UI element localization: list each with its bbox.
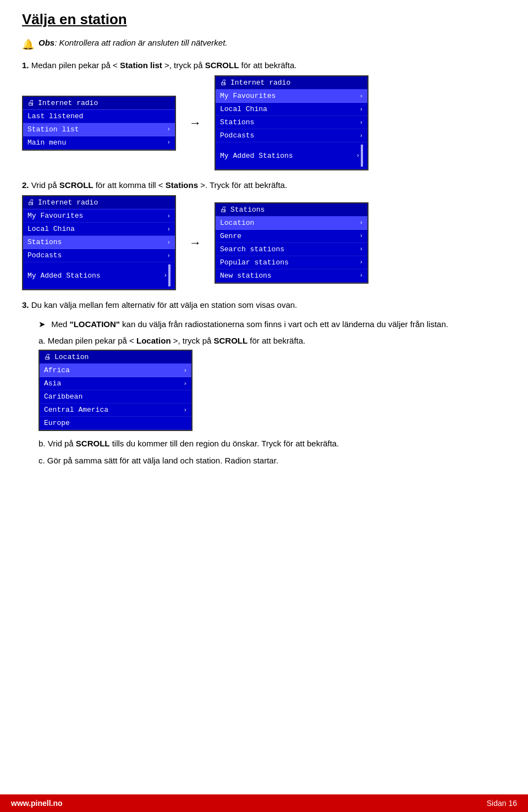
screen-header-stations: 🖨 Stations	[216, 203, 367, 217]
chevron-icon: ›	[359, 246, 363, 252]
step-3-text: 3. Du kan välja mellan fem alternativ fö…	[22, 300, 506, 310]
screen-header-3: 🖨 Internet radio	[23, 196, 175, 209]
chevron-icon: ›	[359, 132, 363, 139]
menu-item-main-menu: Main menu ›	[23, 136, 175, 150]
menu-item-asia: Asia ›	[40, 377, 191, 390]
menu-item-new-stations: New stations ›	[216, 269, 367, 283]
item-label: My Added Stations	[28, 272, 101, 280]
item-label: Search stations	[220, 245, 284, 253]
chevron-icon: ›	[359, 259, 363, 266]
item-label: Popular stations	[220, 258, 289, 267]
screen-header-2: 🖨 Internet radio	[216, 76, 367, 90]
menu-item-local-china-3: Local China ›	[23, 223, 175, 236]
obs-block: 🔔 Obs: Kontrollera att radion är anslute…	[22, 38, 506, 51]
menu-item-popular-stations: Popular stations ›	[216, 256, 367, 269]
header-title-1: Internet radio	[38, 99, 98, 107]
chevron-icon: ›	[183, 380, 187, 387]
item-label: Caribbean	[44, 393, 82, 401]
item-label: Last listened	[28, 112, 83, 120]
page-footer: www.pinell.no Sidan 16	[0, 794, 528, 812]
item-label: My Favourites	[220, 92, 276, 100]
step-c-label: c.	[38, 456, 45, 465]
chevron-icon: ›	[359, 119, 363, 126]
chevron-icon: ›	[359, 233, 363, 239]
page-title: Välja en station	[22, 11, 506, 28]
sub-step-c: c. Gör på samma sätt för att välja land …	[38, 456, 506, 465]
screen-internet-radio-3: 🖨 Internet radio My Favourites › Local C…	[22, 195, 176, 290]
step-b-label: b.	[38, 439, 46, 448]
screen-internet-radio-2: 🖨 Internet radio My Favourites › Local C…	[215, 75, 369, 170]
menu-item-africa[interactable]: Africa ›	[40, 364, 191, 377]
chevron-icon: ›	[167, 226, 170, 233]
chevron-icon: ›	[167, 239, 170, 246]
menu-item-location[interactable]: Location ›	[216, 217, 367, 230]
chevron-icon: ›	[183, 407, 187, 413]
screen-header-location: 🖨 Location	[40, 351, 191, 364]
sub-step-a-text: a. Medan pilen pekar på < Location >, tr…	[38, 336, 506, 345]
item-label: Stations	[28, 238, 62, 246]
chevron-icon: ›	[359, 106, 363, 113]
menu-item-europe: Europe	[40, 417, 191, 430]
page-content: Välja en station 🔔 Obs: Kontrollera att …	[0, 0, 528, 506]
location-intro-text: ➤ Med "LOCATION" kan du välja från radio…	[38, 319, 506, 329]
item-label: Main menu	[28, 139, 66, 147]
menu-item-stations-2: Stations ›	[216, 116, 367, 129]
item-label: New stations	[220, 272, 272, 280]
item-label: Local China	[28, 225, 75, 233]
obs-icon: 🔔	[22, 38, 34, 51]
bullet-arrow: ➤	[38, 319, 46, 329]
item-label: Asia	[44, 379, 61, 388]
item-label: Africa	[44, 366, 70, 374]
radio-icon-3: 🖨	[28, 198, 35, 207]
location-intro: ➤ Med "LOCATION" kan du välja från radio…	[38, 319, 506, 329]
menu-item-search-stations: Search stations ›	[216, 243, 367, 256]
menu-item-caribbean: Caribbean	[40, 390, 191, 404]
chevron-icon: ›	[167, 126, 170, 132]
item-label: Stations	[220, 118, 254, 126]
item-label: My Added Stations	[220, 152, 293, 160]
step-1: 1. Medan pilen pekar på < Station list >…	[22, 60, 506, 170]
item-label: Podcasts	[28, 251, 62, 259]
radio-icon-location: 🖨	[44, 353, 51, 361]
screens-row-location: 🖨 Location Africa › Asia › Caribbean Cen…	[38, 350, 506, 431]
menu-item-local-china: Local China ›	[216, 103, 367, 116]
chevron-icon: ›	[167, 213, 170, 219]
chevron-icon: ›	[167, 139, 170, 146]
sub-step-c-text: c. Gör på samma sätt för att välja land …	[38, 456, 506, 465]
step-1-text: 1. Medan pilen pekar på < Station list >…	[22, 60, 506, 70]
screen-header-1: 🖨 Internet radio	[23, 97, 175, 110]
chevron-icon: ›	[183, 367, 187, 374]
step-2-text: 2. Vrid på SCROLL för att komma till < S…	[22, 180, 506, 190]
menu-item-central-america: Central America ›	[40, 404, 191, 417]
step-3: 3. Du kan välja mellan fem alternativ fö…	[22, 300, 506, 310]
arrow-icon-2: →	[189, 236, 201, 250]
menu-item-podcasts-3: Podcasts ›	[23, 249, 175, 262]
menu-item-last-listened: Last listened	[23, 110, 175, 123]
screen-stations: 🖨 Stations Location › Genre › Search sta…	[215, 202, 369, 284]
menu-item-station-list[interactable]: Station list ›	[23, 123, 175, 136]
radio-icon-1: 🖨	[28, 99, 35, 107]
sub-step-b: b. Vrid på SCROLL tills du kommer till d…	[38, 439, 506, 448]
item-label: Station list	[28, 125, 79, 134]
chevron-icon: ›	[359, 272, 363, 279]
obs-text: Obs: Kontrollera att radion är ansluten …	[38, 38, 228, 47]
menu-item-my-favourites[interactable]: My Favourites ›	[216, 90, 367, 103]
screens-row-1: 🖨 Internet radio Last listened Station l…	[22, 75, 506, 170]
item-label: Central America	[44, 406, 108, 414]
menu-item-genre: Genre ›	[216, 230, 367, 243]
step-a-label: a.	[38, 336, 46, 345]
sub-step-b-text: b. Vrid på SCROLL tills du kommer till d…	[38, 439, 506, 448]
screen-internet-radio-1: 🖨 Internet radio Last listened Station l…	[22, 96, 176, 151]
menu-item-my-added-3: My Added Stations ›	[23, 262, 175, 289]
arrow-icon-1: →	[189, 116, 201, 130]
menu-item-stations-3[interactable]: Stations ›	[23, 236, 175, 249]
item-label: Location	[220, 219, 254, 227]
chevron-icon: ›	[359, 219, 363, 226]
chevron-icon: ›	[167, 252, 170, 259]
menu-item-my-favourites-3: My Favourites ›	[23, 209, 175, 223]
header-title-2: Internet radio	[230, 79, 290, 87]
item-label: My Favourites	[28, 212, 83, 220]
sub-step-a: a. Medan pilen pekar på < Location >, tr…	[38, 336, 506, 431]
header-title-location: Location	[54, 353, 89, 361]
item-label: Podcasts	[220, 131, 254, 140]
